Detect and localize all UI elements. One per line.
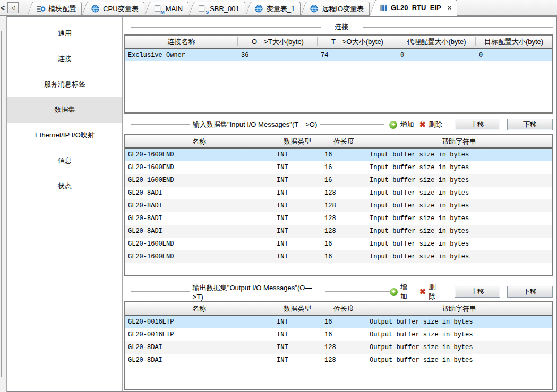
divider-line [325, 291, 390, 292]
cell-help-string: Input buffer size in bytes [366, 177, 552, 184]
move-up-button[interactable]: 上移 [455, 286, 500, 298]
program-letter-badge: M [160, 10, 165, 15]
output-dataset-section-title: 输出数据集"Output I/O Messages"(O—>T) [190, 283, 325, 301]
close-icon[interactable]: × [448, 4, 452, 12]
subroutine-letter-badge: S [205, 10, 209, 15]
table-row[interactable]: GL20-8DAI INT 128 Output buffer size in … [125, 341, 552, 354]
tab-gl20-rtu-eip[interactable]: GL20_RTU_EIP × [376, 0, 457, 16]
tab-bar-left-controls: < ◁ [0, 0, 19, 15]
move-up-button[interactable]: 上移 [455, 119, 500, 130]
output-dataset-table: 名称 数据类型 位长度 帮助字符串 GL20-0016ETP INT 16 Ou… [124, 301, 553, 390]
cell-bit-length: 16 [321, 177, 366, 184]
tab-remote-io-var-table[interactable]: 远程IO变量表 [307, 2, 370, 15]
sidebar-item-ethernet-ip-io-mapping[interactable]: Ethernet/IP I/O映射 [7, 123, 122, 148]
tab-cpu-var-table[interactable]: CPU变量表 [89, 2, 144, 15]
delete-button[interactable]: 删除 [429, 120, 442, 129]
add-icon[interactable] [390, 288, 398, 296]
sidebar-item-general[interactable]: 通用 [7, 21, 122, 46]
add-button[interactable]: 增加 [400, 120, 414, 129]
tab-module-config[interactable]: 模块配置 [34, 2, 82, 15]
sidebar-item-connection[interactable]: 连接 [7, 46, 122, 72]
cell-name: GL20-1600END [125, 253, 273, 260]
cell-bit-length: 16 [321, 318, 366, 326]
cell-data-type: INT [273, 344, 321, 351]
cell-name: GL20-8DAI [125, 344, 273, 351]
cell-help-string: Input buffer size in bytes [366, 215, 552, 222]
cell-name: GL20-8ADI [125, 202, 273, 210]
table-row[interactable]: GL20-1600END INT 16 Input buffer size in… [125, 174, 552, 187]
column-header-bit-length[interactable]: 位长度 [321, 135, 366, 147]
move-down-button[interactable]: 下移 [507, 119, 553, 130]
input-dataset-section-header: 输入数据集"Input I/O Messages"(T—>O) 增加 删除 上移… [131, 118, 553, 131]
tab-main[interactable]: M MAIN [151, 2, 189, 15]
document-tab-bar: < ◁ 模块配置 [0, 0, 557, 16]
input-dataset-table: 名称 数据类型 位长度 帮助字符串 GL20-1600END INT 16 In… [124, 134, 553, 276]
column-header-connection-name[interactable]: 连接名称 [125, 36, 238, 48]
cell-data-type: INT [273, 253, 321, 260]
add-icon[interactable] [389, 121, 397, 129]
cell-bit-length: 128 [321, 202, 366, 210]
tab-label: GL20_RTU_EIP [391, 4, 441, 12]
cell-bit-length: 128 [321, 228, 366, 235]
column-header-help-string[interactable]: 帮助字符串 [366, 135, 552, 147]
globe-icon [255, 5, 264, 13]
table-row[interactable]: GL20-0016ETP INT 16 Output buffer size i… [125, 328, 552, 341]
table-row[interactable]: GL20-1600END INT 16 Input buffer size in… [125, 238, 552, 250]
sidebar-item-info[interactable]: 信息 [7, 148, 122, 173]
column-header-proxy-config-size[interactable]: 代理配置大小(byte) [397, 36, 476, 48]
cell-help-string: Output buffer size in bytes [366, 344, 552, 351]
connection-table-header: 连接名称 O—>T大小(byte) T—>O大小(byte) 代理配置大小(by… [125, 36, 552, 49]
table-row[interactable]: GL20-1600END INT 16 Input buffer size in… [125, 250, 552, 263]
column-header-t-to-o-size[interactable]: T—>O大小(byte) [318, 36, 397, 48]
tab-label: 远程IO变量表 [322, 4, 364, 14]
table-row[interactable]: GL20-8ADI INT 128 Input buffer size in b… [125, 225, 552, 238]
column-header-target-config-size[interactable]: 目标配置大小(byte) [476, 36, 552, 48]
tab-sbr-001[interactable]: S SBR_001 [195, 2, 245, 15]
sidebar-item-service-message-tag[interactable]: 服务消息标签 [7, 72, 122, 97]
column-header-help-string[interactable]: 帮助字符串 [366, 302, 552, 315]
tab-overflow-left-indicator[interactable]: < [1, 4, 5, 12]
table-row[interactable]: GL20-8ADI INT 128 Input buffer size in b… [125, 187, 552, 199]
globe-icon [91, 5, 100, 13]
delete-button[interactable]: 删除 [429, 282, 442, 301]
tab-strip: 模块配置 CPU变量表 [27, 0, 457, 15]
table-row[interactable]: GL20-8ADI INT 128 Input buffer size in b… [125, 199, 552, 212]
tab-label: MAIN [166, 5, 183, 13]
tab-label: CPU变量表 [103, 4, 138, 14]
cell-target-config-size: 0 [476, 51, 552, 59]
delete-icon[interactable] [419, 288, 426, 296]
column-header-data-type[interactable]: 数据类型 [273, 302, 321, 315]
sidebar-item-status[interactable]: 状态 [7, 173, 122, 199]
delete-icon[interactable] [419, 120, 426, 129]
cell-name: GL20-1600END [125, 240, 273, 248]
divider-line [131, 124, 190, 125]
tab-scroll-left-button[interactable]: ◁ [7, 2, 19, 13]
column-header-bit-length[interactable]: 位长度 [321, 302, 366, 315]
add-button[interactable]: 增加 [400, 282, 414, 301]
cell-name: GL20-8ADI [125, 189, 273, 197]
column-header-name[interactable]: 名称 [125, 302, 273, 315]
cell-data-type: INT [273, 151, 321, 159]
cell-bit-length: 16 [321, 164, 366, 171]
sidebar-item-dataset[interactable]: 数据集 [7, 97, 122, 123]
table-row[interactable]: GL20-1600END INT 16 Input buffer size in… [125, 161, 552, 174]
table-row[interactable]: Exclusive Owner 36 74 0 0 [125, 49, 552, 61]
cell-bit-length: 128 [321, 356, 366, 364]
output-dataset-section-header: 输出数据集"Output I/O Messages"(O—>T) 增加 删除 上… [131, 285, 553, 298]
column-header-name[interactable]: 名称 [125, 135, 273, 147]
table-row[interactable]: GL20-8DAI INT 128 Output buffer size in … [125, 354, 552, 367]
cell-connection-name: Exclusive Owner [125, 51, 238, 59]
connection-table: 连接名称 O—>T大小(byte) T—>O大小(byte) 代理配置大小(by… [124, 34, 553, 114]
cell-name: GL20-0016ETP [125, 318, 273, 326]
cell-name: GL20-8ADI [125, 215, 273, 222]
table-row[interactable]: GL20-8ADI INT 128 Input buffer size in b… [125, 212, 552, 225]
move-down-button[interactable]: 下移 [507, 286, 553, 298]
cell-name: GL20-8ADI [125, 228, 273, 235]
cell-help-string: Output buffer size in bytes [366, 356, 552, 364]
tab-var-table-1[interactable]: 变量表_1 [252, 2, 301, 15]
column-header-o-to-t-size[interactable]: O—>T大小(byte) [238, 36, 318, 48]
column-header-data-type[interactable]: 数据类型 [273, 135, 321, 147]
table-row[interactable]: GL20-0016ETP INT 16 Output buffer size i… [125, 316, 552, 328]
cell-data-type: INT [273, 228, 321, 235]
table-row[interactable]: GL20-1600END INT 16 Input buffer size in… [125, 149, 552, 161]
